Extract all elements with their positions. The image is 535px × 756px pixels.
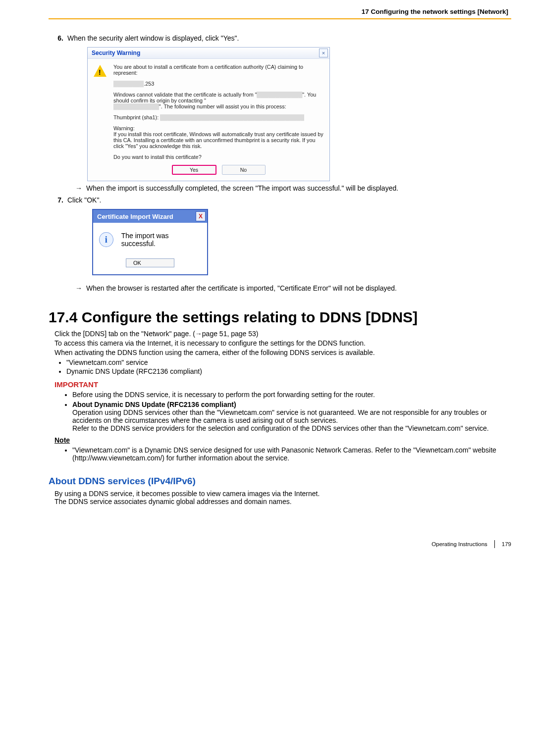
close-icon[interactable]: X [196,211,206,221]
ok-button[interactable]: OK [126,258,174,267]
sw-line1: You are about to install a certificate f… [113,64,323,76]
step-number-6: 6. [49,34,63,194]
sw-line4: Thumbprint (sha1): █████████████████████… [113,114,323,120]
about-p1: By using a DDNS service, it becomes poss… [54,490,511,498]
dialog2-title: Certificate Import Wizard [97,213,173,220]
sw-line5: Warning: If you install this root certif… [113,125,323,149]
section-heading-17-4: 17.4 Configure the settings relating to … [49,309,511,326]
arrow-icon: → [67,184,82,192]
close-icon[interactable]: × [319,49,328,57]
header-breadcrumb: 17 Configuring the network settings [Net… [49,1,508,15]
info-icon: i [99,232,113,247]
step-6-text: When the security alert window is displa… [67,34,511,42]
dialog2-message: The import was successful. [121,232,201,248]
dialog-title: Security Warning [92,50,319,56]
footer-label: Operating Instructions [431,541,487,547]
no-button[interactable]: No [222,165,266,175]
section-p2: To access this camera via the Internet, … [54,339,511,347]
important-item-1: Before using the DDNS service, it is nec… [72,391,511,399]
section-p3: When activating the DDNS function using … [54,349,511,356]
section-p1: Click the [DDNS] tab on the "Network" pa… [54,330,511,338]
bullet-dyndns: Dynamic DNS Update (RFC2136 compliant) [66,367,511,375]
important-heading: IMPORTANT [54,380,511,389]
sw-line2: ████████.253 [113,81,323,87]
sw-line3: Windows cannot validate that the certifi… [113,92,323,109]
footer-separator [494,540,495,548]
warning-icon [94,64,108,175]
note-heading: Note [54,436,511,444]
page-number: 179 [502,541,511,547]
important-item-2: About Dynamic DNS Update (RFC2136 compli… [72,401,511,432]
result-text-1: When the import is successfully complete… [86,184,398,192]
subsection-about-ddns: About DDNS services (IPv4/IPv6) [49,476,511,487]
arrow-icon: → [67,284,82,292]
security-warning-dialog: Security Warning × You are about to inst… [87,47,330,181]
sw-line7: Do you want to install this certificate? [113,154,323,160]
header-rule [49,18,511,19]
note-item-1: "Viewnetcam.com" is a Dynamic DNS servic… [72,446,511,462]
yes-button[interactable]: Yes [172,165,216,175]
step-7-text: Click "OK". [67,196,511,204]
step-number-7: 7. [49,196,63,294]
about-p2: The DDNS service associates dynamic glob… [54,498,511,505]
bullet-viewnetcam: "Viewnetcam.com" service [66,358,511,366]
import-success-dialog: Certificate Import Wizard X i The import… [92,209,208,275]
result-text-2: When the browser is restarted after the … [86,284,397,292]
